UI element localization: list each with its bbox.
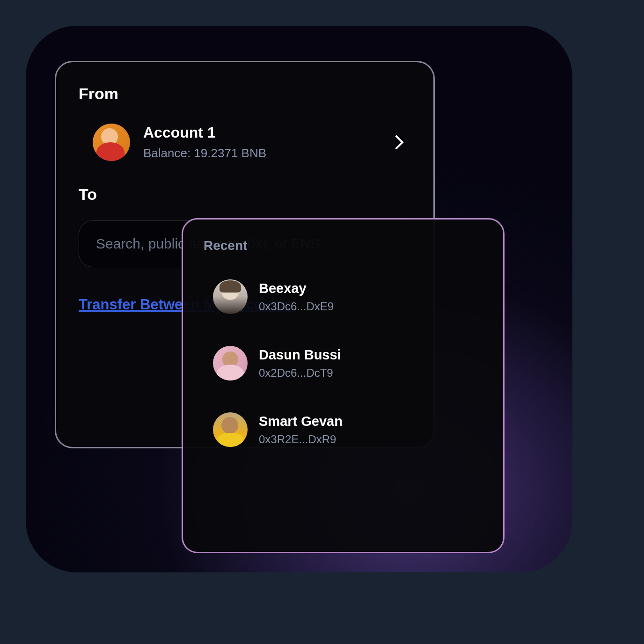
- to-label: To: [79, 185, 411, 204]
- recent-contact[interactable]: Smart Gevan 0x3R2E...DxR9: [204, 405, 483, 454]
- contact-address: 0x3R2E...DxR9: [259, 433, 343, 446]
- contact-address: 0x2Dc6...DcT9: [259, 366, 341, 380]
- account-balance: Balance: 19.2371 BNB: [143, 146, 378, 161]
- avatar: [213, 346, 248, 381]
- chevron-right-icon: [389, 135, 403, 149]
- recent-title: Recent: [204, 238, 483, 253]
- contact-name: Dasun Bussi: [259, 347, 341, 363]
- account-name: Account 1: [143, 124, 378, 141]
- recent-contact[interactable]: Dasun Bussi 0x2Dc6...DcT9: [204, 338, 483, 388]
- contact-name: Beexay: [259, 281, 334, 296]
- avatar: [93, 124, 130, 161]
- recent-contact[interactable]: Beexay 0x3Dc6...DxE9: [204, 272, 483, 322]
- recent-panel: Recent Beexay 0x3Dc6...DxE9 Dasun Bussi …: [182, 218, 505, 553]
- from-label: From: [79, 85, 411, 103]
- avatar: [213, 412, 248, 447]
- contact-name: Smart Gevan: [259, 414, 343, 429]
- contact-address: 0x3Dc6...DxE9: [259, 300, 334, 313]
- avatar: [213, 279, 248, 314]
- account-info: Account 1 Balance: 19.2371 BNB: [143, 124, 378, 161]
- account-selector[interactable]: Account 1 Balance: 19.2371 BNB: [79, 124, 411, 161]
